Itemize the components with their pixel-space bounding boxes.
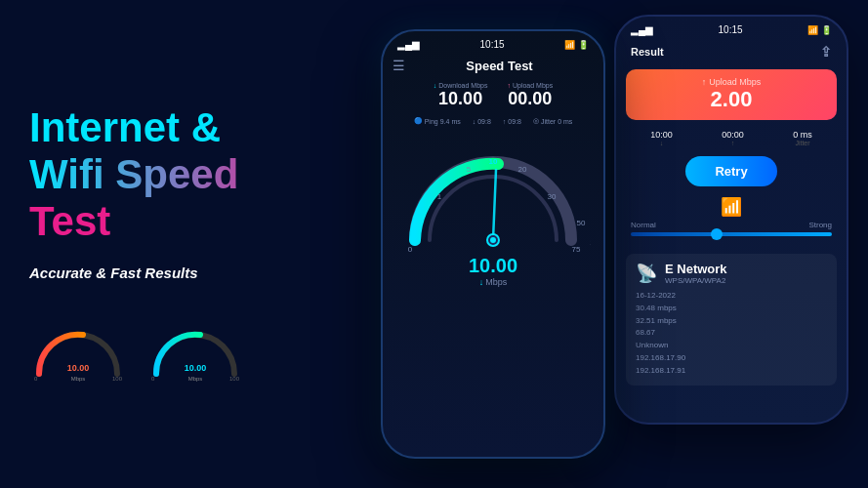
front-status-icons: 📶 🔋 — [564, 40, 589, 50]
phone-back: ▂▄▆ 10:15 📶 🔋 Result ⇪ ↑ Upload Mbps 2.0… — [614, 15, 848, 425]
upload-card-value: 2.00 — [638, 87, 825, 112]
upload-arrow-icon: ↑ — [507, 82, 511, 89]
svg-text:10.00: 10.00 — [67, 363, 90, 373]
upload-arrow-icon: ↑ — [702, 77, 707, 87]
svg-text:10: 10 — [489, 157, 498, 166]
svg-text:50: 50 — [577, 219, 586, 227]
back-jitter-val: 0 ms — [793, 130, 812, 140]
back-battery-icon: 🔋 — [821, 25, 832, 35]
back-ul-val: 00:00 — [722, 130, 744, 140]
result-title: Result — [631, 46, 664, 58]
back-time: 10:15 — [719, 24, 743, 35]
ping-bar: 🔵 Ping 9.4 ms ↓ 09:8 ↑ 09:8 ◎ Jitter 0 m… — [383, 114, 603, 128]
phone-front: ▂▄▆ 10:15 📶 🔋 ☰ Speed Test ↓ Download Mb… — [381, 29, 605, 459]
jitter-label: Jitter — [541, 118, 556, 125]
title-line2: Wifi Speed — [29, 151, 303, 198]
network-ul-speed: 32.51 mbps — [636, 315, 827, 328]
svg-text:0: 0 — [408, 245, 413, 254]
upload-label: ↑ Upload Mbps — [507, 82, 553, 89]
mini-gauge-cyan: 0 100 10.00 Mbps — [146, 320, 244, 384]
main-title: Internet & Wifi Speed Test — [29, 104, 303, 246]
hamburger-icon[interactable]: ☰ — [393, 58, 405, 73]
title-line3: Test — [29, 198, 303, 245]
svg-text:100: 100 — [112, 376, 123, 382]
back-dl-stat: 10:00 ↓ — [650, 130, 673, 146]
download-label: ↓ Download Mbps — [434, 82, 488, 89]
dl-icon: ↓ — [473, 118, 476, 125]
svg-text:1: 1 — [437, 192, 442, 201]
download-arrow-icon: ↓ — [434, 82, 437, 89]
network-date: 16-12-2022 — [636, 290, 827, 303]
svg-line-17 — [493, 170, 496, 240]
speed-unit: ↓ Mbps — [383, 277, 603, 287]
network-location: Unknown — [636, 340, 827, 352]
jitter-item: ◎ Jitter 0 ms — [533, 117, 572, 125]
svg-text:75: 75 — [572, 245, 581, 254]
share-icon[interactable]: ⇪ — [820, 44, 832, 60]
network-ping: 68.67 — [636, 327, 827, 340]
signal-indicator — [711, 228, 723, 240]
svg-text:5: 5 — [467, 165, 472, 174]
phones-container: ▂▄▆ 10:15 📶 🔋 Result ⇪ ↑ Upload Mbps 2.0… — [332, 0, 868, 488]
phone-header: ☰ Speed Test — [383, 54, 603, 77]
signal-normal-label: Normal — [631, 221, 656, 229]
front-battery-icon: 🔋 — [578, 40, 589, 50]
network-wifi-icon: 📡 — [636, 263, 657, 284]
back-wifi-icon: 📶 — [807, 25, 818, 35]
jitter-icon: ◎ — [533, 117, 539, 125]
ping-item: 🔵 Ping 9.4 ms — [414, 117, 461, 125]
back-signal-icon: ▂▄▆ — [631, 24, 653, 35]
upload-stat-block: ↑ Upload Mbps 00.00 — [507, 82, 553, 109]
network-stats: 16-12-2022 30.48 mbps 32.51 mbps 68.67 U… — [636, 290, 827, 378]
back-status-bar: ▂▄▆ 10:15 📶 🔋 — [616, 17, 847, 39]
network-ip2: 192.168.17.91 — [636, 365, 827, 378]
speed-stats: ↓ Download Mbps 10.00 ↑ Upload Mbps 00.0… — [383, 77, 603, 114]
svg-text:0: 0 — [34, 376, 38, 382]
back-status-icons: 📶 🔋 — [807, 25, 832, 35]
signal-bar — [631, 232, 832, 236]
back-stats-row: 10:00 ↓ 00:00 ↑ 0 ms Jitter — [616, 125, 847, 151]
network-type: WPS/WPA/WPA2 — [665, 276, 727, 285]
upload-value: 00.00 — [507, 89, 553, 109]
jitter-value: 0 ms — [558, 118, 572, 125]
network-ip1: 192.168.17.90 — [636, 352, 827, 365]
dl-ping-item: ↓ 09:8 — [473, 117, 491, 125]
back-jitter-stat: 0 ms Jitter — [793, 130, 812, 146]
back-dl-val: 10:00 — [650, 130, 673, 140]
wifi-signal-icon: 📶 — [721, 196, 742, 218]
svg-text:30: 30 — [548, 192, 557, 201]
signal-section: 📶 Normal Strong — [616, 191, 847, 249]
upload-card: ↑ Upload Mbps 2.00 — [626, 69, 837, 120]
network-card: 📡 E Network WPS/WPA/WPA2 16-12-2022 30.4… — [626, 254, 837, 386]
signal-strong-label: Strong — [808, 221, 832, 229]
network-dl-speed: 30.48 mbps — [636, 303, 827, 315]
left-section: Internet & Wifi Speed Test Accurate & Fa… — [0, 0, 332, 488]
front-wifi-icon: 📶 — [564, 40, 575, 50]
svg-text:20: 20 — [518, 165, 527, 174]
front-signal-icon: ▂▄▆ — [397, 39, 420, 50]
ul-icon: ↑ — [503, 118, 507, 125]
svg-text:0: 0 — [151, 376, 155, 382]
mini-gauge-red: 0 100 10.00 Mbps — [29, 320, 127, 384]
upload-card-label: ↑ Upload Mbps — [638, 77, 825, 87]
network-name: E Network — [665, 262, 727, 276]
svg-point-19 — [490, 237, 496, 243]
ul-ping-item: ↑ 09:8 — [503, 117, 521, 125]
download-value: 10.00 — [434, 89, 488, 109]
svg-text:100: 100 — [229, 376, 240, 382]
download-stat-block: ↓ Download Mbps 10.00 — [434, 82, 488, 109]
svg-text:10.00: 10.00 — [185, 363, 207, 373]
ping-value: 9.4 ms — [440, 118, 461, 125]
ping-icon: 🔵 — [414, 117, 423, 125]
subtitle: Accurate & Fast Results — [29, 264, 303, 281]
mini-gauges: 0 100 10.00 Mbps 0 100 10.00 Mbps — [29, 320, 303, 384]
speedometer-container: 0 1 5 10 20 30 50 75 100 — [383, 128, 603, 260]
front-status-bar: ▂▄▆ 10:15 📶 🔋 — [383, 31, 603, 54]
retry-button[interactable]: Retry — [685, 156, 776, 186]
svg-text:Mbps: Mbps — [71, 376, 86, 382]
speedometer-svg: 0 1 5 10 20 30 50 75 100 — [395, 133, 591, 260]
front-time: 10:15 — [480, 39, 505, 50]
title-line1: Internet & — [29, 104, 303, 151]
signal-labels: Normal Strong — [631, 221, 832, 229]
ping-label: Ping — [425, 118, 438, 125]
